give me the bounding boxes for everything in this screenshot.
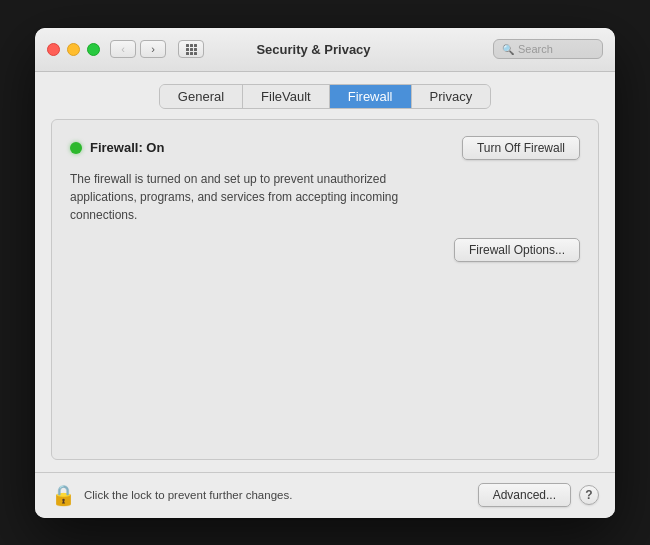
firewall-status-label: Firewall: On <box>90 140 164 155</box>
turn-off-firewall-button[interactable]: Turn Off Firewall <box>462 136 580 160</box>
firewall-options-button[interactable]: Firewall Options... <box>454 238 580 262</box>
bottom-right: Advanced... ? <box>478 483 599 507</box>
minimize-button[interactable] <box>67 43 80 56</box>
firewall-status-left: Firewall: On <box>70 140 164 155</box>
tab-general[interactable]: General <box>160 85 243 108</box>
back-button[interactable]: ‹ <box>110 40 136 58</box>
tabs-container: General FileVault Firewall Privacy <box>159 84 491 109</box>
close-button[interactable] <box>47 43 60 56</box>
firewall-options-row: Firewall Options... <box>70 238 580 262</box>
lock-icon[interactable]: 🔒 <box>51 483 76 507</box>
traffic-lights <box>47 43 100 56</box>
lock-text: Click the lock to prevent further change… <box>84 489 292 501</box>
search-bar[interactable]: 🔍 Search <box>493 39 603 59</box>
tabs-area: General FileVault Firewall Privacy <box>35 72 615 119</box>
tab-firewall[interactable]: Firewall <box>330 85 412 108</box>
titlebar: ‹ › Security & Privacy 🔍 Search <box>35 28 615 72</box>
window-title: Security & Privacy <box>134 42 493 57</box>
tab-filevault[interactable]: FileVault <box>243 85 330 108</box>
help-button[interactable]: ? <box>579 485 599 505</box>
search-icon: 🔍 <box>502 44 514 55</box>
tab-privacy[interactable]: Privacy <box>412 85 491 108</box>
status-indicator <box>70 142 82 154</box>
back-icon: ‹ <box>121 43 125 55</box>
advanced-button[interactable]: Advanced... <box>478 483 571 507</box>
main-window: ‹ › Security & Privacy 🔍 Search General … <box>35 28 615 518</box>
lock-area: 🔒 Click the lock to prevent further chan… <box>51 483 292 507</box>
maximize-button[interactable] <box>87 43 100 56</box>
firewall-description: The firewall is turned on and set up to … <box>70 170 450 224</box>
firewall-status-row: Firewall: On Turn Off Firewall <box>70 136 580 160</box>
search-placeholder: Search <box>518 43 553 55</box>
bottom-bar: 🔒 Click the lock to prevent further chan… <box>35 472 615 518</box>
content-area: Firewall: On Turn Off Firewall The firew… <box>51 119 599 460</box>
